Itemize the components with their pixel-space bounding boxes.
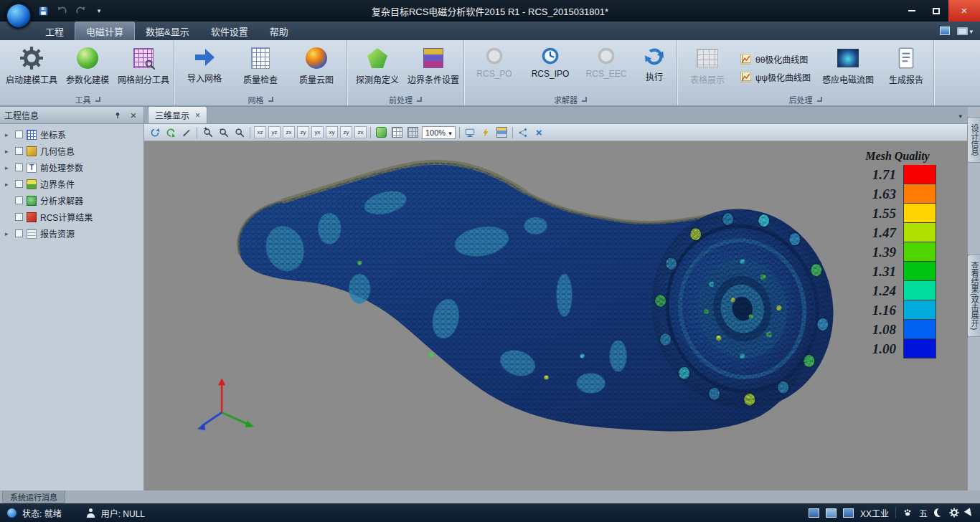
- checkbox[interactable]: [15, 229, 23, 237]
- 3d-model-canvas[interactable]: [144, 141, 968, 490]
- generate-report-button[interactable]: 生成报告: [881, 42, 931, 93]
- expand-arrow-icon[interactable]: [5, 131, 11, 138]
- settings-gear-icon[interactable]: [949, 508, 959, 518]
- tab-close-icon[interactable]: [195, 110, 200, 120]
- theta-polarization-curve-button[interactable]: θθ极化曲线图: [740, 53, 811, 65]
- view-orientation-button-7[interactable]: zy: [340, 126, 352, 138]
- maximize-button[interactable]: [924, 0, 948, 22]
- tree-item-rcs-results[interactable]: RCS计算结果: [0, 209, 143, 225]
- group-dialog-launcher-icon[interactable]: [268, 97, 273, 102]
- checkbox[interactable]: [15, 180, 23, 188]
- ime-halfwidth-icon[interactable]: [934, 508, 943, 517]
- checkbox[interactable]: [15, 213, 23, 221]
- solver-rcs-ipo-button[interactable]: RCS_IPO: [522, 42, 578, 93]
- zoom-out-button[interactable]: [217, 125, 230, 139]
- tree-item-coordinate-system[interactable]: 坐标系: [0, 126, 143, 143]
- close-panel-button[interactable]: [128, 110, 139, 121]
- ime-mode-text[interactable]: 五: [919, 507, 928, 519]
- ime-paw-icon[interactable]: [903, 508, 913, 518]
- mesh-display-button[interactable]: [406, 125, 420, 139]
- checkbox[interactable]: [15, 196, 23, 204]
- right-tab-design-info[interactable]: 设计信息: [967, 117, 980, 163]
- view-orientation-button-2[interactable]: yz: [268, 126, 281, 138]
- display-mode-button[interactable]: [957, 26, 973, 36]
- pin-panel-button[interactable]: [112, 110, 123, 121]
- table-display-button[interactable]: 表格展示: [679, 42, 735, 93]
- checkbox[interactable]: [15, 163, 23, 171]
- view-orientation-button-3[interactable]: zx: [283, 126, 295, 138]
- zoom-in-button[interactable]: [201, 125, 215, 139]
- view-orientation-button-8[interactable]: zx: [354, 126, 367, 138]
- menu-tab-data-display[interactable]: 数据&显示: [135, 22, 200, 40]
- right-tab-view-results[interactable]: 查看结果(双击展开): [967, 255, 980, 337]
- tree-item-report-resources[interactable]: 报告资源: [0, 225, 143, 242]
- zoom-window-button[interactable]: [232, 125, 246, 139]
- parametric-modeling-button[interactable]: 参数化建模: [60, 42, 116, 93]
- shaded-display-button[interactable]: [374, 125, 388, 139]
- cursor-pointer-icon[interactable]: [964, 508, 975, 518]
- geometry-icon: [27, 146, 37, 156]
- quality-contour-button[interactable]: 质量云图: [288, 42, 344, 93]
- viewport-3d[interactable]: Mesh Quality 1.71 1.63 1.55 1.47 1.39 1.…: [144, 141, 968, 490]
- tab-list-dropdown-icon[interactable]: [958, 110, 962, 120]
- close-view-button[interactable]: [532, 125, 546, 139]
- solver-rcs-po-button[interactable]: RCS_PO: [466, 42, 522, 93]
- tree-item-analysis-solver[interactable]: 分析求解器: [0, 192, 143, 209]
- refresh-view-button[interactable]: [164, 125, 177, 139]
- checkbox[interactable]: [15, 130, 23, 138]
- system-messages-tab[interactable]: 系统运行消息: [2, 490, 65, 503]
- zoom-level-select[interactable]: 100%: [422, 126, 456, 139]
- tree-item-boundary-conditions[interactable]: 边界条件: [0, 176, 143, 192]
- legend-color-swatch: [903, 242, 936, 262]
- mesh-model[interactable]: [238, 162, 852, 431]
- tree-item-preprocess-params[interactable]: 前处理参数: [0, 159, 143, 176]
- induced-current-map-button[interactable]: 感应电磁流图: [815, 42, 881, 93]
- panel-layout-button[interactable]: [940, 27, 950, 35]
- checkbox[interactable]: [15, 147, 23, 155]
- view-orientation-button-5[interactable]: yx: [311, 126, 324, 138]
- quality-check-button[interactable]: 质量检查: [232, 42, 288, 93]
- import-mesh-button[interactable]: 导入网格: [176, 42, 232, 93]
- taskbar-window-icon[interactable]: [809, 508, 819, 518]
- solver-rcs-eec-button[interactable]: RCS_EEC: [578, 42, 634, 93]
- group-dialog-launcher-icon[interactable]: [582, 97, 587, 102]
- taskbar-window-icon[interactable]: [843, 508, 854, 518]
- screen-capture-button[interactable]: [463, 125, 477, 139]
- view-orientation-button-1[interactable]: xz: [254, 126, 266, 138]
- tree-item-label: 报告资源: [40, 227, 75, 239]
- probe-angle-define-button[interactable]: 探测角定义: [349, 42, 405, 93]
- expand-arrow-icon[interactable]: [5, 230, 11, 237]
- execute-button[interactable]: 执行: [634, 42, 674, 93]
- minimize-button[interactable]: [900, 0, 924, 22]
- quick-access-dropdown-icon[interactable]: [92, 4, 106, 17]
- menu-tab-help[interactable]: 帮助: [259, 22, 299, 40]
- group-dialog-launcher-icon[interactable]: [817, 97, 822, 102]
- share-view-button[interactable]: [517, 125, 530, 139]
- view-orientation-button-6[interactable]: xy: [326, 126, 338, 138]
- layers-button[interactable]: [495, 125, 509, 139]
- sketch-tool-button[interactable]: [179, 125, 193, 139]
- wireframe-display-button[interactable]: [390, 125, 404, 139]
- expand-arrow-icon[interactable]: [5, 148, 11, 155]
- mesh-partition-tool-button[interactable]: 网格剖分工具: [116, 42, 171, 93]
- start-modeling-tool-button[interactable]: 启动建模工具: [4, 42, 60, 93]
- tree-item-geometry-info[interactable]: 几何信息: [0, 143, 143, 159]
- boundary-condition-settings-button[interactable]: 边界条件设置: [405, 42, 461, 93]
- expand-arrow-icon[interactable]: [5, 181, 11, 188]
- psi-polarization-curve-button[interactable]: ψψ极化曲线图: [740, 71, 811, 83]
- close-button[interactable]: [948, 0, 980, 22]
- view-orientation-button-4[interactable]: zy: [297, 126, 309, 138]
- quick-render-button[interactable]: [479, 125, 493, 139]
- group-dialog-launcher-icon[interactable]: [95, 97, 100, 102]
- app-logo-globe-icon[interactable]: [6, 3, 32, 29]
- undo-button[interactable]: [55, 4, 69, 17]
- expand-arrow-icon[interactable]: [5, 164, 11, 171]
- button-label: RCS_IPO: [532, 69, 570, 79]
- tab-3d-display[interactable]: 三维显示: [148, 106, 207, 123]
- menu-tab-software-settings[interactable]: 软件设置: [200, 22, 259, 40]
- redo-button[interactable]: [73, 4, 88, 17]
- group-dialog-launcher-icon[interactable]: [417, 97, 422, 102]
- boundary-icon: [27, 179, 37, 189]
- save-button[interactable]: [36, 4, 50, 17]
- orbit-view-button[interactable]: [148, 125, 161, 139]
